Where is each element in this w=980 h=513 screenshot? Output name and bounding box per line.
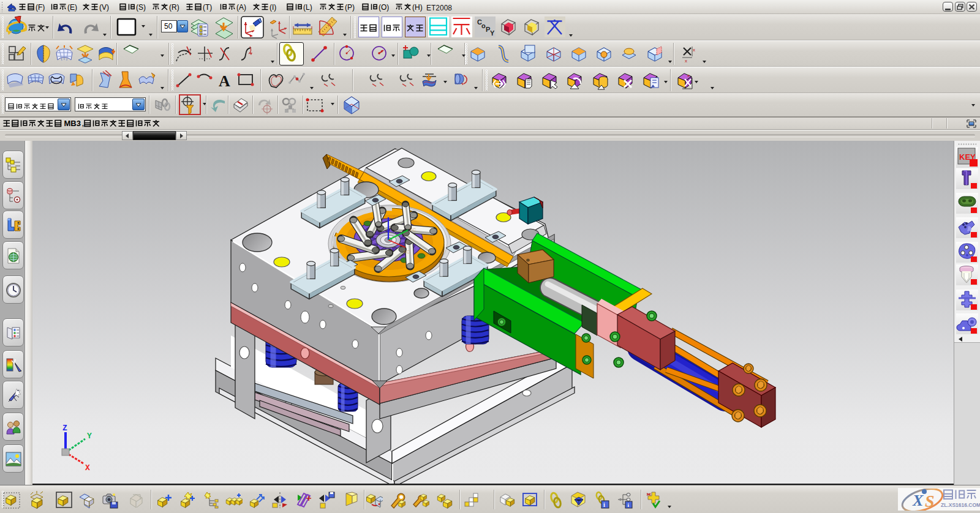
svg-text:Z: Z	[62, 424, 67, 433]
svg-text:ZC: ZC	[392, 214, 399, 219]
svg-text:i: i	[603, 501, 605, 508]
svg-text:o: o	[481, 22, 486, 29]
svg-text:x: x	[685, 58, 687, 64]
svg-text:XC: XC	[403, 249, 410, 255]
svg-text:Y: Y	[490, 29, 495, 37]
svg-text:X: X	[85, 463, 90, 473]
svg-text:X: X	[912, 492, 924, 509]
svg-text:x: x	[687, 73, 690, 78]
svg-text:YC: YC	[409, 227, 416, 233]
svg-text:S: S	[925, 492, 935, 511]
svg-text:x: x	[693, 47, 695, 53]
svg-text:A: A	[219, 72, 230, 90]
svg-text:Y: Y	[87, 432, 92, 441]
